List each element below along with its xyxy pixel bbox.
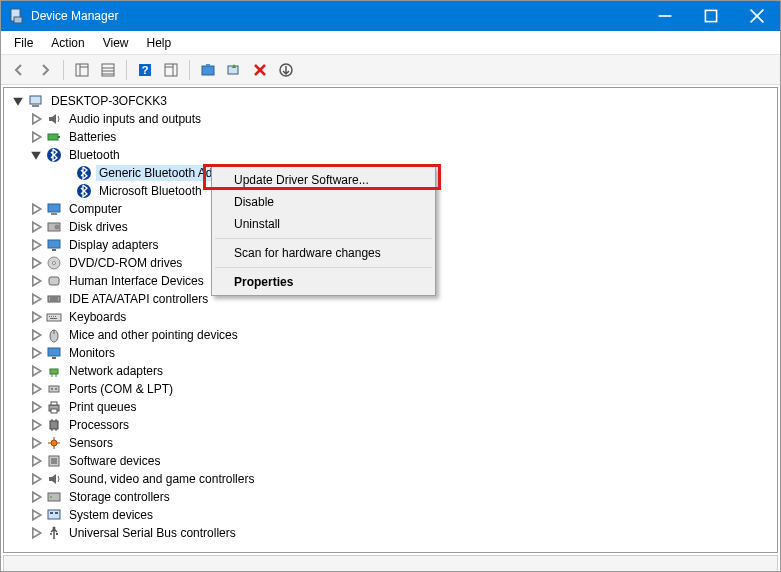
expander-closed[interactable]: [28, 417, 44, 433]
ctx-uninstall[interactable]: Uninstall: [214, 213, 433, 235]
expander-closed[interactable]: [28, 309, 44, 325]
menu-action[interactable]: Action: [42, 33, 93, 53]
menu-help[interactable]: Help: [138, 33, 181, 53]
sensor-icon: [46, 435, 62, 451]
close-button[interactable]: [734, 1, 780, 31]
svg-rect-51: [48, 348, 60, 356]
tree-node[interactable]: Storage controllers: [6, 488, 775, 506]
keyboard-icon: [46, 309, 62, 325]
bluetooth-icon: [46, 147, 62, 163]
window-title: Device Manager: [31, 9, 642, 23]
expander-closed[interactable]: [28, 489, 44, 505]
expander-closed[interactable]: [28, 237, 44, 253]
expander-closed[interactable]: [28, 219, 44, 235]
scan-hardware-button[interactable]: [222, 58, 246, 82]
expander-open[interactable]: [28, 147, 44, 163]
svg-rect-3: [705, 10, 716, 21]
software-icon: [46, 453, 62, 469]
tree-node[interactable]: Bluetooth: [6, 146, 775, 164]
tree-node[interactable]: Sensors: [6, 434, 775, 452]
tree-node[interactable]: Print queues: [6, 398, 775, 416]
expander-closed[interactable]: [28, 111, 44, 127]
expander-closed[interactable]: [28, 525, 44, 541]
help-toolbar-button[interactable]: ?: [133, 58, 157, 82]
tree-node[interactable]: Ports (COM & LPT): [6, 380, 775, 398]
svg-rect-31: [48, 204, 60, 212]
expander-closed[interactable]: [28, 327, 44, 343]
audio-icon: [46, 111, 62, 127]
ctx-scan-hardware[interactable]: Scan for hardware changes: [214, 242, 433, 264]
expander-closed[interactable]: [28, 345, 44, 361]
ctx-update-driver[interactable]: Update Driver Software...: [214, 169, 433, 191]
update-driver-button[interactable]: [196, 58, 220, 82]
toolbar: ?: [1, 55, 780, 85]
app-icon: [9, 8, 25, 24]
svg-rect-45: [51, 316, 52, 317]
tree-label: Network adapters: [66, 363, 166, 379]
show-hide-action-button[interactable]: [159, 58, 183, 82]
tree-node[interactable]: Monitors: [6, 344, 775, 362]
usb-icon: [46, 525, 62, 541]
tree-node[interactable]: System devices: [6, 506, 775, 524]
tree-node[interactable]: Audio inputs and outputs: [6, 110, 775, 128]
tree-label: Mice and other pointing devices: [66, 327, 241, 343]
expander-closed[interactable]: [28, 273, 44, 289]
network-icon: [46, 363, 62, 379]
svg-rect-72: [48, 510, 60, 519]
expander-open[interactable]: [10, 93, 26, 109]
minimize-button[interactable]: [642, 1, 688, 31]
tree-label: Software devices: [66, 453, 163, 469]
add-legacy-button[interactable]: [274, 58, 298, 82]
statusbar: [3, 555, 778, 572]
tree-node[interactable]: Processors: [6, 416, 775, 434]
ctx-disable[interactable]: Disable: [214, 191, 433, 213]
ide-icon: [46, 291, 62, 307]
back-button[interactable]: [7, 58, 31, 82]
cpu-icon: [46, 417, 62, 433]
expander-closed[interactable]: [28, 381, 44, 397]
svg-point-57: [51, 388, 53, 390]
port-icon: [46, 381, 62, 397]
tree-node[interactable]: Mice and other pointing devices: [6, 326, 775, 344]
tree-node[interactable]: Universal Serial Bus controllers: [6, 524, 775, 542]
uninstall-button[interactable]: [248, 58, 272, 82]
tree-label: IDE ATA/ATAPI controllers: [66, 291, 211, 307]
svg-text:?: ?: [142, 64, 149, 76]
ctx-properties[interactable]: Properties: [214, 271, 433, 293]
toolbar-separator: [126, 60, 127, 80]
device-tree[interactable]: DESKTOP-3OFCKK3Audio inputs and outputsB…: [3, 87, 778, 553]
tree-node[interactable]: Software devices: [6, 452, 775, 470]
expander-closed[interactable]: [28, 399, 44, 415]
expander-closed[interactable]: [28, 129, 44, 145]
svg-rect-40: [48, 296, 60, 302]
svg-rect-56: [49, 386, 59, 392]
properties-button[interactable]: [96, 58, 120, 82]
tree-node[interactable]: Batteries: [6, 128, 775, 146]
menu-file[interactable]: File: [5, 33, 42, 53]
menu-view[interactable]: View: [94, 33, 138, 53]
tree-node[interactable]: Sound, video and game controllers: [6, 470, 775, 488]
tree-node[interactable]: Network adapters: [6, 362, 775, 380]
expander-closed[interactable]: [28, 201, 44, 217]
expander-closed[interactable]: [28, 291, 44, 307]
ctx-separator: [215, 238, 432, 239]
expander-closed[interactable]: [28, 363, 44, 379]
show-hide-tree-button[interactable]: [70, 58, 94, 82]
tree-label: Display adapters: [66, 237, 161, 253]
maximize-button[interactable]: [688, 1, 734, 31]
expander-closed[interactable]: [28, 453, 44, 469]
tree-label: Sensors: [66, 435, 116, 451]
system-icon: [46, 507, 62, 523]
printer-icon: [46, 399, 62, 415]
tree-label: DESKTOP-3OFCKK3: [48, 93, 170, 109]
expander-closed[interactable]: [28, 255, 44, 271]
toolbar-separator: [189, 60, 190, 80]
dvd-icon: [46, 255, 62, 271]
expander-closed[interactable]: [28, 471, 44, 487]
expander-closed[interactable]: [28, 507, 44, 523]
tree-node[interactable]: Keyboards: [6, 308, 775, 326]
tree-label: Universal Serial Bus controllers: [66, 525, 239, 541]
forward-button[interactable]: [33, 58, 57, 82]
expander-closed[interactable]: [28, 435, 44, 451]
tree-root[interactable]: DESKTOP-3OFCKK3: [6, 92, 775, 110]
